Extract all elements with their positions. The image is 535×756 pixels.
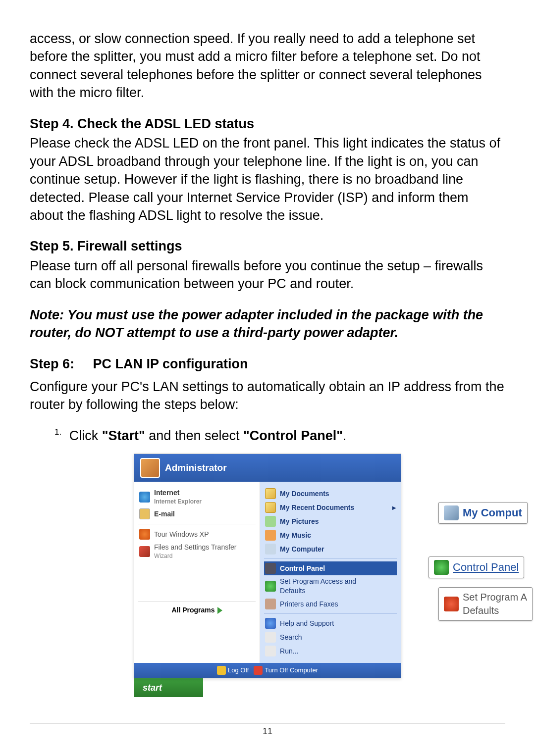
run-icon	[265, 646, 276, 656]
transfer-label: Files and Settings Transfer	[154, 543, 237, 552]
computer-label: My Computer	[280, 545, 324, 554]
computer-icon	[444, 505, 459, 520]
logoff-icon	[217, 666, 226, 675]
step5-body: Please turn off all personal firewalls b…	[30, 257, 505, 293]
folder-icon	[265, 502, 276, 513]
user-icon	[140, 458, 160, 478]
paragraph-intro: access, or slow connection speed. If you…	[30, 30, 505, 102]
panel-label: Control Panel	[280, 564, 325, 573]
menu-item-help[interactable]: Help and Support	[264, 616, 397, 630]
menu-left-column: Internet Internet Explorer E-mail Tour W…	[134, 482, 260, 663]
access-label2: Defaults	[280, 586, 356, 596]
printer-icon	[265, 599, 276, 609]
turnoff-button[interactable]: Turn Off Computer	[254, 666, 318, 675]
help-icon	[265, 618, 276, 629]
step6-body: Configure your PC's LAN settings to auto…	[30, 378, 505, 414]
tour-label: Tour Windows XP	[154, 530, 209, 539]
music-label: My Music	[280, 531, 311, 540]
menu-header: Administrator	[134, 454, 401, 482]
list-bold-start: "Start"	[102, 428, 145, 443]
menu-item-pics[interactable]: My Pictures	[264, 514, 397, 528]
turnoff-icon	[254, 666, 263, 675]
start-menu-screenshot: Administrator Internet Internet Explorer…	[134, 454, 401, 697]
callout-access-label1: Set Program A	[463, 591, 527, 604]
menu-item-email[interactable]: E-mail	[138, 507, 256, 521]
search-icon	[265, 632, 276, 643]
callout-computer-label: My Comput	[463, 505, 522, 520]
search-label: Search	[280, 633, 302, 642]
username: Administrator	[165, 461, 227, 474]
ie-icon	[139, 492, 150, 503]
pictures-icon	[265, 516, 276, 527]
menu-body: Internet Internet Explorer E-mail Tour W…	[134, 482, 401, 663]
docs-label: My Documents	[280, 489, 329, 499]
callout-my-computer: My Comput	[438, 502, 528, 524]
list-text-mid: and then select	[145, 428, 243, 443]
step5-heading: Step 5. Firewall settings	[30, 237, 505, 255]
step4-body: Please check the ADSL LED on the front p…	[30, 134, 505, 224]
menu-item-access[interactable]: Set Program Access and Defaults	[264, 575, 397, 597]
control-panel-icon	[434, 560, 449, 575]
control-panel-icon	[265, 563, 276, 574]
list-item-1: 1. Click "Start" and then select "Contro…	[54, 427, 505, 445]
internet-sub: Internet Explorer	[154, 498, 202, 505]
list-number: 1.	[54, 427, 61, 437]
logoff-button[interactable]: Log Off	[217, 666, 249, 675]
run-label: Run...	[280, 647, 298, 656]
folder-icon	[265, 488, 276, 499]
menu-item-internet[interactable]: Internet Internet Explorer	[138, 487, 256, 507]
callout-access-label2: Defaults	[463, 604, 527, 617]
transfer-icon	[139, 546, 150, 557]
callout-set-program: Set Program A Defaults	[438, 587, 533, 621]
list-bold-cp: "Control Panel"	[243, 428, 343, 443]
step4-heading: Step 4. Check the ADSL LED status	[30, 115, 505, 133]
pics-label: My Pictures	[280, 517, 319, 526]
start-menu: Administrator Internet Internet Explorer…	[134, 454, 401, 678]
screenshot-container: Administrator Internet Internet Explorer…	[30, 454, 505, 697]
callout-panel-label: Control Panel	[453, 560, 519, 575]
access-icon	[265, 581, 276, 592]
menu-item-transfer[interactable]: Files and Settings Transfer Wizard	[138, 541, 256, 561]
all-programs-label: All Programs	[171, 605, 214, 615]
access-icon	[444, 597, 459, 611]
page-footer: 11	[0, 723, 535, 737]
start-button[interactable]: start	[134, 678, 203, 697]
page-number: 11	[263, 726, 272, 736]
email-label: E-mail	[154, 509, 175, 519]
help-label: Help and Support	[280, 619, 334, 628]
turnoff-label: Turn Off Computer	[265, 666, 318, 675]
menu-item-tour[interactable]: Tour Windows XP	[138, 527, 256, 541]
transfer-sub: Wizard	[154, 552, 237, 560]
internet-label: Internet	[154, 488, 202, 498]
music-icon	[265, 530, 276, 541]
menu-footer: Log Off Turn Off Computer	[134, 663, 401, 678]
menu-item-printers[interactable]: Printers and Faxes	[264, 597, 397, 611]
menu-item-docs[interactable]: My Documents	[264, 487, 397, 501]
menu-item-run[interactable]: Run...	[264, 644, 397, 658]
recent-label: My Recent Documents	[280, 503, 354, 512]
menu-item-recent[interactable]: My Recent Documents ▸	[264, 501, 397, 514]
menu-item-music[interactable]: My Music	[264, 528, 397, 542]
all-programs[interactable]: All Programs	[138, 601, 256, 615]
note-paragraph: Note: You must use the power adapter inc…	[30, 306, 505, 342]
access-label: Set Program Access and	[280, 577, 356, 586]
callout-control-panel: Control Panel	[428, 556, 524, 578]
tour-icon	[139, 529, 150, 540]
menu-right-column: My Documents My Recent Documents ▸ My Pi…	[260, 482, 401, 663]
list-text-end: .	[343, 428, 347, 443]
computer-icon	[265, 544, 276, 554]
printers-label: Printers and Faxes	[280, 600, 338, 609]
menu-item-control-panel[interactable]: Control Panel	[264, 561, 397, 575]
logoff-label: Log Off	[228, 666, 249, 675]
arrow-right-icon	[217, 607, 222, 614]
step6-heading: Step 6: PC LAN IP configuration	[30, 355, 505, 373]
menu-item-computer[interactable]: My Computer	[264, 542, 397, 556]
menu-item-search[interactable]: Search	[264, 630, 397, 644]
list-text-pre: Click	[69, 428, 102, 443]
mail-icon	[139, 508, 150, 519]
